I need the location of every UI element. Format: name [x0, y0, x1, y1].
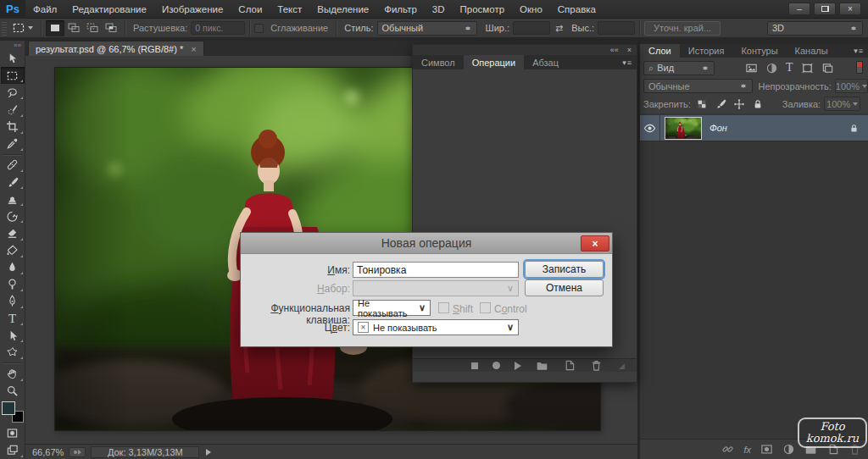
lock-all-icon[interactable]: [752, 98, 764, 110]
tab-paths[interactable]: Контуры: [732, 44, 786, 58]
layer-thumbnail[interactable]: [665, 117, 702, 140]
custom-shape-tool[interactable]: [1, 344, 25, 361]
refine-edge-button[interactable]: Уточн. край...: [644, 21, 721, 36]
filter-adjustment-layers-icon[interactable]: [765, 62, 778, 75]
quick-selection-tool[interactable]: [1, 101, 25, 118]
pen-tool[interactable]: [1, 293, 25, 310]
quick-mask-button[interactable]: [1, 425, 25, 442]
status-options-arrow-icon[interactable]: [206, 449, 211, 456]
blend-mode-dropdown[interactable]: Обычные: [643, 79, 753, 93]
selection-mode-add-button[interactable]: [64, 20, 83, 36]
spot-healing-brush-tool[interactable]: [1, 157, 25, 174]
tab-layers[interactable]: Слои: [640, 44, 680, 58]
restore-button[interactable]: [814, 3, 836, 15]
panel-close-icon[interactable]: ×: [627, 45, 632, 55]
path-selection-tool[interactable]: [1, 327, 25, 344]
tool-preset-picker[interactable]: [8, 21, 36, 35]
add-layer-mask-icon[interactable]: [760, 443, 773, 456]
style-dropdown[interactable]: Обычный: [377, 21, 477, 36]
record-icon[interactable]: [492, 362, 500, 369]
swap-dimensions-icon[interactable]: ⇄: [555, 23, 563, 34]
tab-actions[interactable]: Операции: [464, 55, 524, 69]
lock-position-icon[interactable]: [733, 98, 745, 110]
layer-name[interactable]: Фон: [709, 123, 727, 133]
lock-pixels-icon[interactable]: [715, 98, 726, 110]
selection-mode-new-button[interactable]: [46, 20, 64, 36]
hand-tool[interactable]: [1, 365, 25, 382]
type-tool[interactable]: T: [1, 310, 25, 327]
blur-tool[interactable]: [1, 259, 25, 276]
document-size-indicator[interactable]: Док: 3,13M/3,13M: [91, 446, 199, 458]
move-tool[interactable]: [1, 50, 25, 67]
minimize-button[interactable]: –: [788, 3, 810, 15]
play-icon[interactable]: [515, 362, 521, 370]
antialias-checkbox[interactable]: [254, 24, 264, 33]
foreground-color-swatch[interactable]: [2, 401, 15, 415]
link-layers-icon[interactable]: [721, 443, 734, 456]
function-key-dropdown[interactable]: Не показывать∨: [353, 300, 431, 316]
dialog-close-button[interactable]: ×: [581, 235, 609, 252]
selection-mode-intersect-button[interactable]: [102, 20, 120, 36]
workspace-dropdown[interactable]: 3D: [767, 21, 863, 36]
layer-filter-toggle[interactable]: [856, 61, 863, 74]
menu-select[interactable]: Выделение: [309, 0, 376, 19]
tab-channels[interactable]: Каналы: [787, 44, 837, 58]
tab-paragraph[interactable]: Абзац: [524, 55, 567, 69]
new-action-icon[interactable]: [563, 359, 576, 372]
stop-icon[interactable]: [471, 362, 478, 369]
menu-filter[interactable]: Фильтр: [376, 0, 425, 19]
eyedropper-tool[interactable]: [1, 135, 25, 152]
tab-character[interactable]: Символ: [413, 55, 464, 69]
width-field[interactable]: [513, 21, 550, 35]
close-button[interactable]: ×: [839, 3, 861, 15]
height-field[interactable]: [598, 21, 635, 35]
layer-style-fx-icon[interactable]: fx: [743, 445, 751, 455]
menu-type[interactable]: Текст: [270, 0, 309, 19]
menu-window[interactable]: Окно: [512, 0, 550, 19]
resize-grip-icon[interactable]: ◢: [619, 362, 625, 370]
menu-view[interactable]: Просмотр: [453, 0, 513, 19]
fill-value[interactable]: 100%: [824, 97, 860, 111]
color-dropdown[interactable]: × Не показывать ∨: [353, 319, 519, 335]
paint-bucket-tool[interactable]: [1, 242, 25, 259]
filter-type-layers-icon[interactable]: T: [786, 61, 793, 75]
zoom-tool[interactable]: [1, 383, 25, 400]
feather-field[interactable]: 0 пикс.: [191, 21, 245, 35]
rectangular-marquee-tool[interactable]: [1, 67, 25, 84]
dodge-tool[interactable]: [1, 276, 25, 293]
menu-layers[interactable]: Слои: [231, 0, 270, 19]
options-grip[interactable]: [2, 20, 7, 36]
filter-shape-layers-icon[interactable]: [801, 62, 814, 75]
menu-image[interactable]: Изображение: [154, 0, 231, 19]
document-tab[interactable]: результат.psd @ 66,7% (RGB/8#) * ×: [28, 41, 204, 56]
lock-transparency-icon[interactable]: [696, 98, 708, 110]
filter-kind-dropdown[interactable]: ⌕ Вид: [643, 61, 715, 75]
action-name-input[interactable]: [353, 262, 519, 278]
menu-3d[interactable]: 3D: [425, 0, 453, 19]
menu-file[interactable]: Файл: [25, 0, 64, 19]
layer-row-background[interactable]: Фон: [640, 115, 868, 141]
panel-collapse-icon[interactable]: ««: [610, 45, 619, 55]
history-brush-tool[interactable]: [1, 207, 25, 224]
brush-tool[interactable]: [1, 174, 25, 191]
panel-menu-icon[interactable]: ▾≡: [854, 44, 868, 58]
panel-menu-icon[interactable]: ▾≡: [622, 55, 637, 69]
menu-edit[interactable]: Редактирование: [64, 0, 154, 19]
menu-help[interactable]: Справка: [550, 0, 604, 19]
new-adjustment-layer-icon[interactable]: [782, 443, 795, 456]
filter-pixel-layers-icon[interactable]: [745, 62, 758, 75]
cancel-button[interactable]: Отмена: [525, 279, 604, 296]
layer-visibility-toggle[interactable]: [640, 115, 660, 141]
zoom-level-field[interactable]: 66,67%: [32, 447, 64, 457]
delete-icon[interactable]: [590, 359, 603, 372]
screen-mode-button[interactable]: [1, 442, 25, 459]
toolbar-collapse-button[interactable]: »»: [0, 41, 25, 50]
opacity-value[interactable]: 100%: [835, 79, 868, 93]
new-set-folder-icon[interactable]: [536, 359, 548, 372]
eraser-tool[interactable]: [1, 224, 25, 241]
clone-stamp-tool[interactable]: [1, 191, 25, 207]
tab-history[interactable]: История: [680, 44, 733, 58]
record-button[interactable]: Записать: [525, 261, 604, 278]
lasso-tool[interactable]: [1, 84, 25, 101]
crop-tool[interactable]: [1, 119, 25, 135]
